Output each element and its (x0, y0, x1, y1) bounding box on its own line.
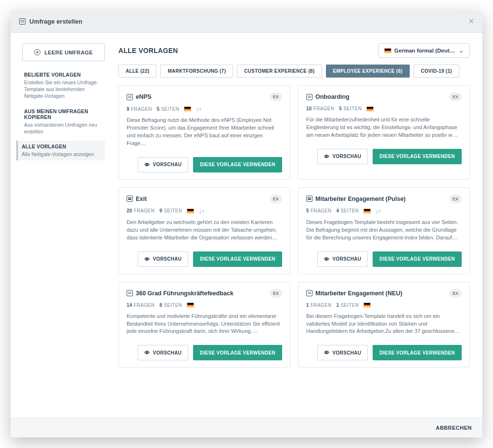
eye-icon: 👁 (144, 350, 150, 356)
page-title: ALLE VORLAGEN (118, 47, 178, 54)
preview-label: VORSCHAU (333, 350, 362, 356)
tab-2[interactable]: CUSTOMER EXPERIENCE (8) (237, 65, 322, 78)
create-survey-modal: Umfrage erstellen × + LEERE UMFRAGE BELI… (11, 11, 482, 437)
card-title: 360 Grad Führungskräftefeedback (127, 290, 234, 297)
sidebar: + LEERE UMFRAGE BELIEBTE VORLAGENErstell… (11, 33, 112, 418)
sidebar-item-0[interactable]: BELIEBTE VORLAGENErstellen Sie ein neues… (22, 69, 105, 103)
flag-de-icon (363, 209, 371, 213)
card-title: Exit (127, 196, 147, 202)
use-template-button[interactable]: DIESE VORLAGE VERWENDEN (373, 149, 462, 164)
tab-3[interactable]: EMPLOYEE EXPERIENCE (6) (326, 65, 410, 78)
flag-de-icon (184, 106, 191, 111)
settings-icon: ↓↑ (376, 208, 381, 214)
sidebar-item-title: BELIEBTE VORLAGEN (24, 72, 103, 78)
tab-0[interactable]: ALLE (22) (118, 65, 156, 78)
card-meta: 10 FRAGEN5 SEITEN (306, 106, 462, 111)
use-template-button[interactable]: DIESE VORLAGE VERWENDEN (373, 251, 462, 267)
tab-4[interactable]: COVID-19 (1) (414, 65, 459, 78)
card-head: 360 Grad FührungskräftefeedbackEX (127, 289, 282, 298)
card-title: Mitarbeiter Engagement (Pulse) (306, 196, 406, 202)
close-button[interactable]: × (468, 16, 474, 26)
use-template-button[interactable]: DIESE VORLAGE VERWENDEN (193, 251, 282, 267)
template-icon (306, 196, 312, 202)
settings-icon: ↓↑ (199, 208, 205, 214)
preview-button[interactable]: 👁VORSCHAU (317, 251, 368, 267)
card-desc: Diese Befragung nutzt die Methode des eN… (127, 117, 282, 147)
modal-header: Umfrage erstellen × (11, 11, 482, 33)
template-card-0: eNPSEX9 FRAGEN5 SEITEN↓↑Diese Befragung … (118, 85, 290, 180)
preview-button[interactable]: 👁VORSCHAU (317, 149, 368, 164)
preview-label: VORSCHAU (153, 350, 182, 356)
card-title: Onboarding (306, 93, 350, 100)
cancel-button[interactable]: ABBRECHEN (436, 425, 472, 431)
card-desc: Für die Mitarbeiterzufriedenheit und für… (306, 116, 462, 139)
card-desc: Kompetente und motivierte Führungskräfte… (127, 313, 282, 336)
chevron-down-icon: ⌄ (459, 47, 464, 54)
survey-icon (19, 18, 26, 25)
flag-de-icon (363, 303, 371, 307)
ex-badge: EX (270, 289, 282, 298)
tab-1[interactable]: MARKTFORSCHUNG (7) (160, 65, 233, 78)
card-title-text: eNPS (136, 93, 152, 100)
preview-label: VORSCHAU (333, 256, 362, 262)
sidebar-item-desc: Erstellen Sie ein neues Umfrage-Template… (24, 79, 103, 100)
card-meta: 20 FRAGEN9 SEITEN↓↑ (127, 208, 282, 214)
language-label: German formal (Deut… (394, 48, 455, 53)
main-top: ALLE VORLAGEN German formal (Deut… ⌄ (118, 43, 470, 58)
card-actions: 👁VORSCHAUDIESE VORLAGE VERWENDEN (306, 149, 462, 164)
card-title: Mitarbeiter Engagement (NEU) (306, 290, 402, 297)
card-title-text: Mitarbeiter Engagement (NEU) (315, 290, 402, 297)
card-meta: 14 FRAGEN8 SEITEN (127, 303, 282, 308)
preview-label: VORSCHAU (333, 154, 362, 159)
sidebar-item-2[interactable]: ALLE VORLAGENAlle Netigate-Vorlagen anze… (16, 141, 105, 160)
card-desc: Bei diesem Fragebogen-Template handelt e… (306, 313, 462, 336)
blank-survey-label: LEERE UMFRAGE (44, 50, 93, 55)
eye-icon: 👁 (324, 154, 329, 159)
flag-de-icon (187, 303, 194, 307)
card-title-text: 360 Grad Führungskräftefeedback (136, 290, 234, 297)
template-card-5: Mitarbeiter Engagement (NEU)EX1 FRAGEN1 … (298, 282, 470, 368)
template-card-1: OnboardingEX10 FRAGEN5 SEITENFür die Mit… (298, 85, 470, 180)
card-meta: 1 FRAGEN1 SEITEN (306, 303, 462, 308)
language-select[interactable]: German formal (Deut… ⌄ (378, 43, 470, 58)
ex-badge: EX (449, 289, 462, 298)
main-panel: ALLE VORLAGEN German formal (Deut… ⌄ ALL… (112, 33, 482, 418)
settings-icon: ↓↑ (196, 106, 202, 112)
card-title-text: Exit (136, 196, 147, 202)
ex-badge: EX (270, 92, 282, 101)
ex-badge: EX (270, 195, 282, 203)
preview-button[interactable]: 👁VORSCHAU (138, 345, 188, 360)
card-desc: Den Arbeitgeber zu wechseln gehört zu de… (127, 219, 282, 242)
card-actions: 👁VORSCHAUDIESE VORLAGE VERWENDEN (127, 251, 282, 267)
use-template-button[interactable]: DIESE VORLAGE VERWENDEN (193, 345, 282, 360)
template-card-3: Mitarbeiter Engagement (Pulse)EX5 FRAGEN… (298, 187, 470, 274)
template-icon (127, 94, 133, 100)
blank-survey-button[interactable]: + LEERE UMFRAGE (22, 43, 105, 61)
modal-title-wrap: Umfrage erstellen (19, 18, 82, 25)
card-title-text: Onboarding (315, 93, 350, 100)
card-actions: 👁VORSCHAUDIESE VORLAGE VERWENDEN (127, 157, 282, 172)
modal-body: + LEERE UMFRAGE BELIEBTE VORLAGENErstell… (11, 33, 482, 418)
card-title: eNPS (127, 93, 152, 100)
modal-title: Umfrage erstellen (29, 18, 82, 25)
eye-icon: 👁 (144, 256, 150, 262)
card-actions: 👁VORSCHAUDIESE VORLAGE VERWENDEN (306, 345, 462, 360)
eye-icon: 👁 (144, 162, 150, 168)
preview-button[interactable]: 👁VORSCHAU (138, 251, 188, 267)
preview-label: VORSCHAU (153, 256, 182, 262)
template-icon (306, 290, 312, 296)
card-head: Mitarbeiter Engagement (Pulse)EX (306, 195, 462, 203)
preview-button[interactable]: 👁VORSCHAU (317, 345, 368, 360)
template-icon (127, 290, 133, 296)
use-template-button[interactable]: DIESE VORLAGE VERWENDEN (373, 345, 462, 360)
sidebar-item-1[interactable]: AUS MEINEN UMFRAGEN KOPIERENAus vorhande… (22, 105, 105, 138)
sidebar-item-desc: Aus vorhandenen Umfragen neu erstellen (24, 121, 103, 135)
use-template-button[interactable]: DIESE VORLAGE VERWENDEN (193, 157, 282, 172)
preview-label: VORSCHAU (153, 162, 182, 167)
preview-button[interactable]: 👁VORSCHAU (138, 157, 188, 172)
ex-badge: EX (449, 92, 462, 101)
plus-icon: + (34, 49, 40, 55)
template-card-4: 360 Grad FührungskräftefeedbackEX14 FRAG… (118, 282, 290, 368)
ex-badge: EX (449, 195, 462, 203)
flag-de-icon (366, 106, 374, 111)
